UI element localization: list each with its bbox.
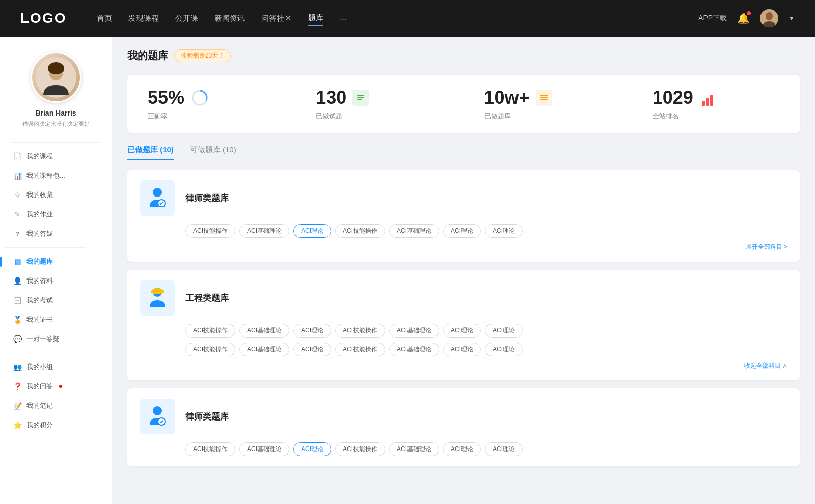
stat-label-done: 已做试题 — [316, 111, 342, 121]
sidebar-item-exam[interactable]: 我的考试 — [5, 291, 106, 310]
sidebar-item-profile[interactable]: 我的资料 — [5, 271, 106, 291]
sidebar-item-label: 我的课程 — [26, 152, 53, 161]
tag-4[interactable]: ACI基础理论 — [389, 224, 439, 238]
tag-e2-1[interactable]: ACI基础理论 — [239, 343, 289, 356]
sidebar-item-questions[interactable]: 我的问答 — [5, 377, 106, 396]
exam-icon — [13, 296, 21, 304]
tag-e2-5[interactable]: ACI理论 — [443, 343, 481, 356]
stat-label-accuracy: 正确率 — [148, 111, 168, 121]
sidebar-item-label: 我的收藏 — [26, 190, 53, 200]
stat-done-questions: 130 已做试题 — [295, 87, 464, 121]
profile-icon — [13, 277, 21, 285]
main-content: 我的题库 体验剩余23天！ 55% 正确率 130 — [112, 37, 815, 504]
bank-card-header: 工程类题库 — [140, 280, 787, 316]
svg-point-1 — [766, 12, 773, 20]
tag-l2-0[interactable]: ACI技能操作 — [185, 442, 235, 456]
tag-e-3[interactable]: ACI技能操作 — [335, 324, 385, 338]
bank-card-header: 律师类题库 — [140, 180, 787, 216]
tag-1[interactable]: ACI基础理论 — [239, 224, 289, 238]
notification-bell[interactable]: 🔔 — [737, 12, 750, 24]
tag-l2-4[interactable]: ACI基础理论 — [389, 442, 439, 456]
bank-footer-lawyer-1: 展开全部科目 > — [140, 243, 787, 251]
donut-chart — [191, 89, 209, 107]
sidebar-item-label: 我的作业 — [26, 210, 53, 219]
tag-e-6[interactable]: ACI理论 — [485, 324, 523, 338]
stat-row: 1029 — [653, 87, 716, 108]
profile-avatar — [31, 52, 82, 103]
tag-e-0[interactable]: ACI技能操作 — [185, 324, 235, 338]
chart-icon — [13, 172, 21, 180]
bank-tags-engineer-row2: ACI技能操作 ACI基础理论 ACI理论 ACI技能操作 ACI基础理论 AC… — [185, 343, 787, 356]
bank-card-header: 律师类题库 — [140, 399, 787, 434]
collapse-button-engineer[interactable]: 收起全部科目 ∧ — [744, 361, 787, 370]
sidebar-item-label: 我的考试 — [26, 296, 53, 305]
tag-e2-6[interactable]: ACI理论 — [485, 343, 523, 356]
lawyer-icon-2 — [140, 399, 175, 434]
nav-item-opencourse[interactable]: 公开课 — [175, 12, 198, 25]
app-download-button[interactable]: APP下载 — [698, 14, 727, 23]
tag-e2-2[interactable]: ACI理论 — [293, 343, 331, 356]
avatar-dropdown-arrow[interactable]: ▼ — [789, 15, 795, 22]
nav-item-qa[interactable]: 问答社区 — [261, 12, 292, 25]
stat-row: 10w+ — [484, 87, 552, 108]
stat-accuracy: 55% 正确率 — [127, 87, 295, 121]
sidebar-item-favorites[interactable]: 我的收藏 — [5, 185, 106, 205]
tabs-bar: 已做题库 (10) 可做题库 (10) — [127, 145, 800, 160]
tag-2[interactable]: ACI理论 — [293, 224, 331, 238]
tag-e2-3[interactable]: ACI技能操作 — [335, 343, 385, 356]
stat-done-banks: 10w+ 已做题库 — [464, 87, 632, 121]
content-header: 我的题库 体验剩余23天！ — [127, 49, 800, 63]
question-icon — [13, 230, 21, 238]
sidebar-item-cert[interactable]: 我的证书 — [5, 310, 106, 329]
svg-rect-11 — [540, 95, 548, 96]
svg-point-20 — [153, 406, 162, 415]
sidebar-divider — [11, 142, 100, 143]
tab-done-banks[interactable]: 已做题库 (10) — [127, 145, 174, 160]
tag-l2-5[interactable]: ACI理论 — [443, 442, 481, 456]
sidebar-item-notes[interactable]: 我的笔记 — [5, 396, 106, 415]
tag-e-2[interactable]: ACI理论 — [293, 324, 331, 338]
sidebar-item-group[interactable]: 我的小组 — [5, 357, 106, 377]
nav-item-discover[interactable]: 发现课程 — [128, 12, 159, 25]
star-icon — [13, 191, 21, 199]
nav-item-news[interactable]: 新闻资讯 — [214, 12, 245, 25]
expand-button-1[interactable]: 展开全部科目 > — [746, 243, 787, 251]
tag-e-5[interactable]: ACI理论 — [443, 324, 481, 338]
svg-rect-12 — [540, 97, 548, 98]
tab-available-banks[interactable]: 可做题库 (10) — [190, 145, 236, 160]
nav-item-more[interactable]: ··· — [340, 12, 346, 25]
trial-badge: 体验剩余23天！ — [174, 49, 231, 62]
tag-l2-3[interactable]: ACI技能操作 — [335, 442, 385, 456]
tag-6[interactable]: ACI理论 — [485, 224, 523, 238]
sidebar-item-my-bank[interactable]: 我的题库 — [5, 252, 106, 271]
nav-item-home[interactable]: 首页 — [97, 12, 112, 25]
tag-l2-2[interactable]: ACI理论 — [293, 442, 331, 456]
tag-l2-1[interactable]: ACI基础理论 — [239, 442, 289, 456]
nav-item-bank[interactable]: 题库 — [308, 11, 323, 26]
tag-e2-0[interactable]: ACI技能操作 — [185, 343, 235, 356]
sidebar-item-one-on-one[interactable]: 一对一答疑 — [5, 329, 106, 349]
sidebar-item-homework[interactable]: 我的作业 — [5, 205, 106, 224]
tag-e-4[interactable]: ACI基础理论 — [389, 324, 439, 338]
sidebar-item-points[interactable]: 我的积分 — [5, 415, 106, 435]
stats-card: 55% 正确率 130 已做试题 — [127, 75, 800, 133]
tag-e2-4[interactable]: ACI基础理论 — [389, 343, 439, 356]
tag-0[interactable]: ACI技能操作 — [185, 224, 235, 238]
sidebar-item-my-course[interactable]: 我的课程 — [5, 147, 106, 166]
stat-label-rank: 全站排名 — [653, 111, 679, 121]
sidebar-item-label: 我的笔记 — [26, 401, 53, 410]
sidebar-item-label: 我的课程包... — [26, 171, 65, 180]
svg-rect-13 — [540, 99, 548, 100]
bank-icon — [13, 258, 21, 266]
avatar[interactable] — [760, 9, 778, 27]
tag-3[interactable]: ACI技能操作 — [335, 224, 385, 238]
sidebar-divider-3 — [5, 353, 86, 353]
stat-row: 130 — [316, 87, 369, 108]
sidebar-item-course-package[interactable]: 我的课程包... — [5, 166, 106, 185]
tag-5[interactable]: ACI理论 — [443, 224, 481, 238]
tag-l2-6[interactable]: ACI理论 — [485, 442, 523, 456]
tag-e-1[interactable]: ACI基础理论 — [239, 324, 289, 338]
sidebar-item-my-qa[interactable]: 我的答疑 — [5, 224, 106, 243]
profile-section: Brian Harris 错误的决定比没有决定要好 — [0, 37, 112, 138]
cert-icon — [13, 316, 21, 324]
